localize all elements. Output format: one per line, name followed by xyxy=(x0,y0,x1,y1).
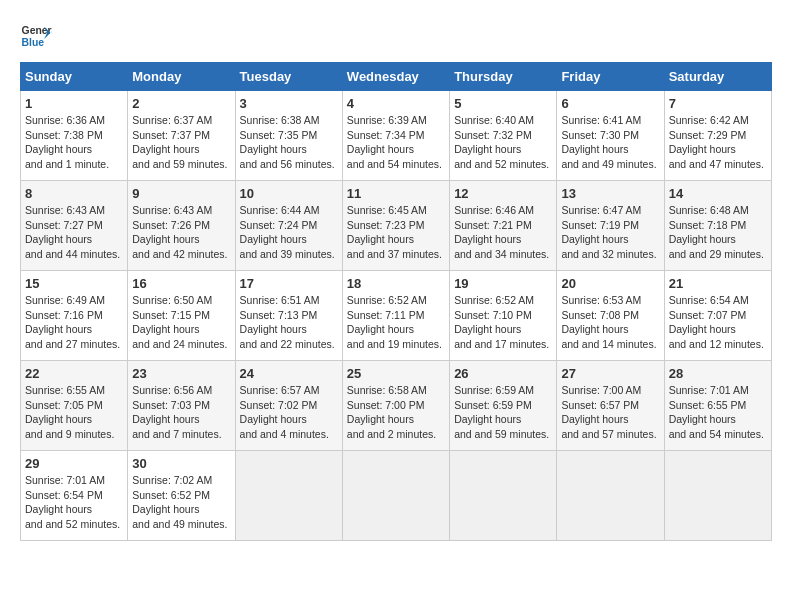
cell-info: Sunrise: 6:38 AMSunset: 7:35 PMDaylight … xyxy=(240,113,338,172)
calendar-cell: 20Sunrise: 6:53 AMSunset: 7:08 PMDayligh… xyxy=(557,271,664,361)
calendar-cell: 30Sunrise: 7:02 AMSunset: 6:52 PMDayligh… xyxy=(128,451,235,541)
calendar-table: SundayMondayTuesdayWednesdayThursdayFrid… xyxy=(20,62,772,541)
day-number: 25 xyxy=(347,366,445,381)
cell-info: Sunrise: 6:47 AMSunset: 7:19 PMDaylight … xyxy=(561,203,659,262)
cell-info: Sunrise: 6:50 AMSunset: 7:15 PMDaylight … xyxy=(132,293,230,352)
calendar-cell xyxy=(664,451,771,541)
cell-info: Sunrise: 6:48 AMSunset: 7:18 PMDaylight … xyxy=(669,203,767,262)
calendar-cell: 11Sunrise: 6:45 AMSunset: 7:23 PMDayligh… xyxy=(342,181,449,271)
day-number: 14 xyxy=(669,186,767,201)
calendar-cell: 3Sunrise: 6:38 AMSunset: 7:35 PMDaylight… xyxy=(235,91,342,181)
day-number: 2 xyxy=(132,96,230,111)
cell-info: Sunrise: 7:02 AMSunset: 6:52 PMDaylight … xyxy=(132,473,230,532)
calendar-cell: 13Sunrise: 6:47 AMSunset: 7:19 PMDayligh… xyxy=(557,181,664,271)
cell-info: Sunrise: 6:41 AMSunset: 7:30 PMDaylight … xyxy=(561,113,659,172)
cell-info: Sunrise: 6:40 AMSunset: 7:32 PMDaylight … xyxy=(454,113,552,172)
calendar-cell: 2Sunrise: 6:37 AMSunset: 7:37 PMDaylight… xyxy=(128,91,235,181)
calendar-cell: 21Sunrise: 6:54 AMSunset: 7:07 PMDayligh… xyxy=(664,271,771,361)
header-friday: Friday xyxy=(557,63,664,91)
cell-info: Sunrise: 6:42 AMSunset: 7:29 PMDaylight … xyxy=(669,113,767,172)
week-row-5: 29Sunrise: 7:01 AMSunset: 6:54 PMDayligh… xyxy=(21,451,772,541)
cell-info: Sunrise: 6:51 AMSunset: 7:13 PMDaylight … xyxy=(240,293,338,352)
day-number: 11 xyxy=(347,186,445,201)
week-row-3: 15Sunrise: 6:49 AMSunset: 7:16 PMDayligh… xyxy=(21,271,772,361)
day-number: 26 xyxy=(454,366,552,381)
calendar-cell: 23Sunrise: 6:56 AMSunset: 7:03 PMDayligh… xyxy=(128,361,235,451)
cell-info: Sunrise: 6:43 AMSunset: 7:27 PMDaylight … xyxy=(25,203,123,262)
cell-info: Sunrise: 6:56 AMSunset: 7:03 PMDaylight … xyxy=(132,383,230,442)
cell-info: Sunrise: 6:59 AMSunset: 6:59 PMDaylight … xyxy=(454,383,552,442)
day-number: 3 xyxy=(240,96,338,111)
calendar-cell: 16Sunrise: 6:50 AMSunset: 7:15 PMDayligh… xyxy=(128,271,235,361)
calendar-cell: 6Sunrise: 6:41 AMSunset: 7:30 PMDaylight… xyxy=(557,91,664,181)
day-number: 28 xyxy=(669,366,767,381)
calendar-cell: 4Sunrise: 6:39 AMSunset: 7:34 PMDaylight… xyxy=(342,91,449,181)
day-number: 17 xyxy=(240,276,338,291)
cell-info: Sunrise: 6:45 AMSunset: 7:23 PMDaylight … xyxy=(347,203,445,262)
day-number: 8 xyxy=(25,186,123,201)
cell-info: Sunrise: 6:55 AMSunset: 7:05 PMDaylight … xyxy=(25,383,123,442)
cell-info: Sunrise: 6:58 AMSunset: 7:00 PMDaylight … xyxy=(347,383,445,442)
header-monday: Monday xyxy=(128,63,235,91)
cell-info: Sunrise: 6:43 AMSunset: 7:26 PMDaylight … xyxy=(132,203,230,262)
calendar-cell: 22Sunrise: 6:55 AMSunset: 7:05 PMDayligh… xyxy=(21,361,128,451)
week-row-2: 8Sunrise: 6:43 AMSunset: 7:27 PMDaylight… xyxy=(21,181,772,271)
calendar-cell xyxy=(342,451,449,541)
svg-text:Blue: Blue xyxy=(22,37,45,48)
day-number: 20 xyxy=(561,276,659,291)
calendar-cell: 7Sunrise: 6:42 AMSunset: 7:29 PMDaylight… xyxy=(664,91,771,181)
calendar-cell: 28Sunrise: 7:01 AMSunset: 6:55 PMDayligh… xyxy=(664,361,771,451)
cell-info: Sunrise: 6:52 AMSunset: 7:11 PMDaylight … xyxy=(347,293,445,352)
day-number: 1 xyxy=(25,96,123,111)
cell-info: Sunrise: 6:37 AMSunset: 7:37 PMDaylight … xyxy=(132,113,230,172)
calendar-cell: 12Sunrise: 6:46 AMSunset: 7:21 PMDayligh… xyxy=(450,181,557,271)
calendar-cell: 8Sunrise: 6:43 AMSunset: 7:27 PMDaylight… xyxy=(21,181,128,271)
calendar-cell: 26Sunrise: 6:59 AMSunset: 6:59 PMDayligh… xyxy=(450,361,557,451)
day-number: 6 xyxy=(561,96,659,111)
day-number: 4 xyxy=(347,96,445,111)
cell-info: Sunrise: 7:01 AMSunset: 6:54 PMDaylight … xyxy=(25,473,123,532)
day-number: 7 xyxy=(669,96,767,111)
cell-info: Sunrise: 6:52 AMSunset: 7:10 PMDaylight … xyxy=(454,293,552,352)
calendar-cell: 18Sunrise: 6:52 AMSunset: 7:11 PMDayligh… xyxy=(342,271,449,361)
calendar-cell xyxy=(235,451,342,541)
calendar-cell: 19Sunrise: 6:52 AMSunset: 7:10 PMDayligh… xyxy=(450,271,557,361)
header-saturday: Saturday xyxy=(664,63,771,91)
cell-info: Sunrise: 7:00 AMSunset: 6:57 PMDaylight … xyxy=(561,383,659,442)
calendar-cell: 9Sunrise: 6:43 AMSunset: 7:26 PMDaylight… xyxy=(128,181,235,271)
calendar-cell: 24Sunrise: 6:57 AMSunset: 7:02 PMDayligh… xyxy=(235,361,342,451)
calendar-cell xyxy=(557,451,664,541)
day-number: 16 xyxy=(132,276,230,291)
day-number: 12 xyxy=(454,186,552,201)
day-number: 5 xyxy=(454,96,552,111)
cell-info: Sunrise: 6:57 AMSunset: 7:02 PMDaylight … xyxy=(240,383,338,442)
week-row-4: 22Sunrise: 6:55 AMSunset: 7:05 PMDayligh… xyxy=(21,361,772,451)
calendar-cell xyxy=(450,451,557,541)
calendar-cell: 10Sunrise: 6:44 AMSunset: 7:24 PMDayligh… xyxy=(235,181,342,271)
cell-info: Sunrise: 6:46 AMSunset: 7:21 PMDaylight … xyxy=(454,203,552,262)
logo-icon: General Blue xyxy=(20,20,52,52)
calendar-cell: 25Sunrise: 6:58 AMSunset: 7:00 PMDayligh… xyxy=(342,361,449,451)
cell-info: Sunrise: 7:01 AMSunset: 6:55 PMDaylight … xyxy=(669,383,767,442)
week-row-1: 1Sunrise: 6:36 AMSunset: 7:38 PMDaylight… xyxy=(21,91,772,181)
cell-info: Sunrise: 6:53 AMSunset: 7:08 PMDaylight … xyxy=(561,293,659,352)
header-wednesday: Wednesday xyxy=(342,63,449,91)
calendar-cell: 1Sunrise: 6:36 AMSunset: 7:38 PMDaylight… xyxy=(21,91,128,181)
day-number: 10 xyxy=(240,186,338,201)
calendar-cell: 15Sunrise: 6:49 AMSunset: 7:16 PMDayligh… xyxy=(21,271,128,361)
day-number: 21 xyxy=(669,276,767,291)
header-thursday: Thursday xyxy=(450,63,557,91)
cell-info: Sunrise: 6:36 AMSunset: 7:38 PMDaylight … xyxy=(25,113,123,172)
cell-info: Sunrise: 6:54 AMSunset: 7:07 PMDaylight … xyxy=(669,293,767,352)
logo: General Blue xyxy=(20,20,56,52)
page-header: General Blue xyxy=(20,20,772,52)
day-number: 15 xyxy=(25,276,123,291)
cell-info: Sunrise: 6:49 AMSunset: 7:16 PMDaylight … xyxy=(25,293,123,352)
cell-info: Sunrise: 6:44 AMSunset: 7:24 PMDaylight … xyxy=(240,203,338,262)
header-sunday: Sunday xyxy=(21,63,128,91)
day-number: 13 xyxy=(561,186,659,201)
day-number: 30 xyxy=(132,456,230,471)
day-number: 27 xyxy=(561,366,659,381)
cell-info: Sunrise: 6:39 AMSunset: 7:34 PMDaylight … xyxy=(347,113,445,172)
day-number: 22 xyxy=(25,366,123,381)
